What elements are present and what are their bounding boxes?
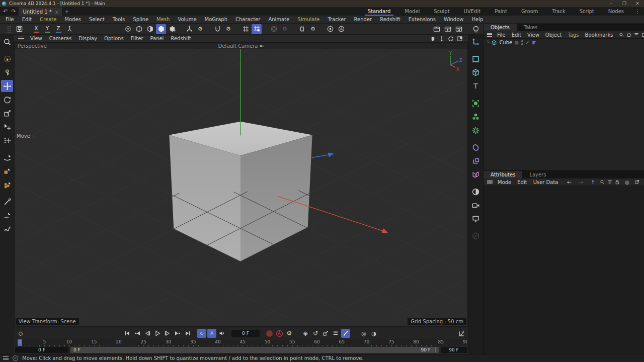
object-enabled-check-icon[interactable]: ✓ [525,40,529,45]
key-rotation-button[interactable]: ↺ [311,329,320,338]
object-edit-toggle-icon[interactable] [514,40,519,45]
symmetry-object-button[interactable] [470,168,482,180]
visibility-dots-icon[interactable] [521,40,523,45]
spline-circle-button[interactable] [470,141,482,153]
measure-tool-button[interactable] [1,196,13,208]
symmetry-tool-button[interactable] [297,24,307,34]
menu-edit[interactable]: Edit [19,16,35,23]
selection-settings-tool-button[interactable]: ⚙ [1,66,13,78]
tab-layers[interactable]: Layers [522,171,553,178]
attributes-lock-icon[interactable] [615,179,620,185]
camera-object-button[interactable] [470,199,482,211]
axis-orientation-gizmo[interactable]: Y Z X [443,51,463,72]
render-view-button[interactable] [432,24,442,34]
plane-primitive-button[interactable] [470,53,482,65]
axis-y-lock-button[interactable]: Y [42,24,52,34]
range-slider[interactable]: 0 F 90 F [70,347,439,353]
key-position-button[interactable]: ◈ [301,329,310,338]
magnet-snap-button[interactable] [212,24,222,34]
viewport-menu-options[interactable]: Options [101,36,127,41]
goto-end-button[interactable] [183,329,192,338]
viewport-menu-icon[interactable] [18,37,24,40]
keyframe-selection-filter-button[interactable] [341,329,350,338]
primitive-pen-tool-button[interactable] [1,178,13,191]
menu-extensions[interactable]: Extensions [405,16,439,23]
pan-view-icon[interactable] [430,36,436,42]
workplane-lock-button[interactable]: A [336,24,346,34]
layout-tab-paint[interactable]: Paint [488,7,514,16]
layout-tab-track[interactable]: Track [545,7,573,16]
volume-builder-button[interactable] [470,186,482,198]
tab-objects[interactable]: Objects [484,24,517,31]
menu-animate[interactable]: Animate [265,16,293,23]
keyframe-diamond-icon[interactable]: ◇ [16,329,25,338]
viewport-menu-display[interactable]: Display [75,36,100,41]
axis-z-lock-button[interactable]: Z [53,24,63,34]
menu-help[interactable]: Help [468,16,487,23]
objects-menu-view[interactable]: View [525,32,542,38]
menu-file[interactable]: File [2,16,18,23]
spline-pen-tool-button[interactable] [1,151,13,163]
magnet-settings-gear-icon[interactable]: ⚙ [223,24,233,34]
quantize-grid-button[interactable] [240,24,251,34]
soft-move-tool-button[interactable] [1,134,13,146]
range-start-field[interactable]: 0 F [15,347,68,353]
parent-up-icon[interactable]: ↑ [588,179,597,185]
viewport-menu-view[interactable]: View [27,36,45,41]
key-scale-button[interactable] [321,329,330,338]
zoom-view-icon[interactable] [439,36,445,42]
polygon-mode-button[interactable] [156,24,166,34]
objects-home-icon[interactable] [626,32,631,37]
loop-playback-button[interactable]: ↻ [197,329,206,338]
enable-axis-button[interactable] [184,24,194,34]
maximize-button[interactable]: ❐ [618,0,631,7]
key-parameter-button[interactable] [331,329,340,338]
layout-overflow-menu-icon[interactable]: ⋮ [631,9,644,14]
toggle-single-view-icon[interactable] [457,36,463,42]
attributes-menu-userdata[interactable]: User Data [531,179,561,185]
rotate-tool-button[interactable] [1,94,13,106]
close-button[interactable]: ✕ [631,0,644,7]
menu-render[interactable]: Render [351,16,376,23]
menu-simulate[interactable]: Simulate [294,16,323,23]
rectangle-spline-tool-button[interactable] [1,165,13,177]
keyframe-interpolation-button[interactable]: ◎ [359,329,368,338]
viewport-view-label[interactable]: Perspective [18,43,47,49]
record-button[interactable] [265,329,274,338]
range-slider-handle[interactable] [433,347,436,352]
undo-icon[interactable]: ↶ [3,8,8,15]
viewport-menu-panel[interactable]: Panel [147,36,167,41]
cloner-object-button[interactable] [470,111,482,123]
snap-enabled-button[interactable] [252,24,262,34]
menu-modes[interactable]: Modes [61,16,84,23]
layout-tab-standard[interactable]: Standard [361,7,398,16]
brush-tool-button[interactable] [1,209,13,221]
layout-tab-script[interactable]: Script [573,7,601,16]
goto-start-button[interactable] [123,329,132,338]
minimize-button[interactable]: – [605,0,618,7]
menu-select[interactable]: Select [86,16,108,23]
objects-filter-icon[interactable] [634,32,639,37]
attributes-menu-edit[interactable]: Edit [515,179,529,185]
attributes-menu-icon[interactable] [487,180,493,184]
sketch-tool-button[interactable] [1,223,13,235]
next-key-button[interactable] [173,329,182,338]
point-mode-button[interactable] [134,24,144,34]
layout-tab-uvedit[interactable]: UVEdit [457,7,488,16]
status-menu-icon[interactable] [3,356,9,360]
objects-menu-object[interactable]: Object [543,32,565,38]
layout-tab-nodes[interactable]: Nodes [601,7,631,16]
edge-mode-button[interactable] [145,24,155,34]
autokeying-button[interactable]: A [275,329,284,338]
document-tab[interactable]: Untitled 1 * x [19,8,62,16]
layout-tab-model[interactable]: Model [397,7,427,16]
transform-tool-button[interactable] [1,121,13,133]
menu-spline[interactable]: Spline [129,16,152,23]
material-sphere-icon[interactable] [471,24,481,34]
menu-character[interactable]: Character [232,16,264,23]
sound-toggle-button[interactable] [217,329,226,338]
instance-object-button[interactable] [470,155,482,167]
render-to-picture-viewer-button[interactable] [443,24,453,34]
phong-tag-icon[interactable] [532,40,537,45]
layout-tab-groom[interactable]: Groom [514,7,545,16]
